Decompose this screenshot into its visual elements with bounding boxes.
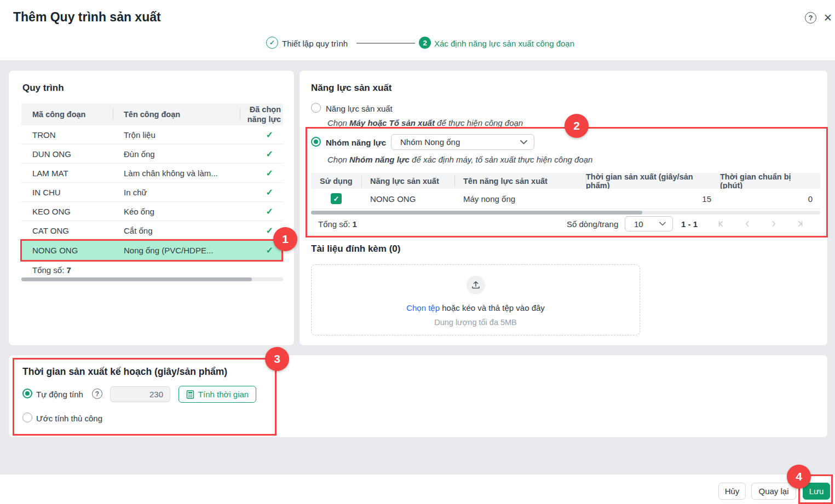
question-glyph: ? xyxy=(95,390,99,398)
attachments-title: Tài liệu đính kèm (0) xyxy=(311,244,400,254)
save-button[interactable]: Lưu xyxy=(803,483,830,500)
group-radio-label: Nhóm năng lực xyxy=(326,138,386,147)
process-row-code: NONG ONG xyxy=(21,240,113,260)
check-icon: ✓ xyxy=(333,195,339,203)
first-page-icon[interactable] xyxy=(717,219,725,228)
close-icon[interactable]: ✕ xyxy=(821,11,834,24)
calculator-icon xyxy=(186,390,194,399)
process-row[interactable]: IN CHU In chữ ✓ xyxy=(21,183,283,202)
check-icon: ✓ xyxy=(266,206,273,217)
check-icon: ✓ xyxy=(266,245,273,256)
step1-label: Thiết lập quy trình xyxy=(282,39,348,48)
process-panel-title: Quy trình xyxy=(22,83,64,94)
process-row-name: Trộn liệu xyxy=(113,125,240,144)
rows-per-page-label: Số dòng/trang xyxy=(567,219,618,229)
check-icon: ✓ xyxy=(266,130,273,140)
manual-label: Ước tính thủ công xyxy=(36,414,102,423)
help-icon[interactable]: ? xyxy=(805,12,816,24)
plan-time-input[interactable] xyxy=(110,386,170,402)
col-header-name: Tên công đoạn xyxy=(113,103,240,125)
total-label: Tổng số: xyxy=(32,265,64,275)
capacity-row-prod-time: 15 xyxy=(586,189,720,208)
process-row-name: Làm chân không và làm... xyxy=(113,164,240,182)
manual-radio[interactable] xyxy=(22,413,32,422)
page-title: Thêm Quy trình sản xuất xyxy=(13,10,161,25)
check-icon: ✓ xyxy=(269,39,275,47)
capacity-total: Tổng số: 1 xyxy=(318,219,357,229)
process-row[interactable]: LAM MAT Làm chân không và làm... ✓ xyxy=(21,164,283,183)
drop-suffix: hoặc kéo và thả tệp vào đây xyxy=(440,303,545,312)
scrollbar-thumb[interactable] xyxy=(21,277,252,281)
capacity-panel-title: Năng lực sản xuất xyxy=(311,83,391,94)
help-icon[interactable]: ? xyxy=(92,389,102,399)
capacity-radio-label: Năng lực sản xuất xyxy=(326,104,393,113)
rows-per-page-value: 10 xyxy=(634,219,643,229)
process-row-code: DUN ONG xyxy=(21,144,113,163)
chevron-down-icon xyxy=(659,222,666,226)
col-header-use: Sử dụng xyxy=(311,173,361,189)
process-row-code: IN CHU xyxy=(21,183,113,201)
back-button[interactable]: Quay lại xyxy=(751,483,796,500)
last-page-icon[interactable] xyxy=(796,219,804,228)
process-row[interactable]: KEO ONG Kéo ống ✓ xyxy=(21,202,283,221)
capacity-row-prep-time: 0 xyxy=(720,189,820,208)
capacity-hscrollbar[interactable] xyxy=(311,211,820,215)
file-dropzone[interactable]: Chọn tệp hoặc kéo và thả tệp vào đây Dun… xyxy=(311,264,640,335)
step2-label: Xác định năng lực sản xuất công đoạn xyxy=(434,39,574,48)
rows-per-page-select[interactable]: 10 xyxy=(625,216,673,231)
plan-time-panel: Thời gian sản xuất kế hoạch (giây/sản ph… xyxy=(8,355,828,438)
group-hint: Chọn Nhóm năng lực để xác định máy, tổ s… xyxy=(327,155,592,164)
upload-icon xyxy=(467,276,485,294)
capacity-row: ✓ NONG ONG Máy nong ống 15 0 xyxy=(311,189,820,209)
col-header-prod-time: Thời gian sản xuất (giây/sản phẩm) xyxy=(586,173,720,189)
process-row-selected[interactable]: NONG ONG Nong ống (PVC/HDPE... ✓ xyxy=(21,240,283,260)
plan-time-title: Thời gian sản xuất kế hoạch (giây/sản ph… xyxy=(22,366,227,378)
question-glyph: ? xyxy=(809,14,813,22)
process-row-name: Nong ống (PVC/HDPE... xyxy=(113,240,240,260)
calc-time-label: Tính thời gian xyxy=(198,390,249,399)
total-value: 1 xyxy=(353,219,357,229)
group-radio[interactable] xyxy=(311,137,321,147)
dialog-header: Thêm Quy trình sản xuất ✓ Thiết lập quy … xyxy=(0,0,835,60)
dialog-footer: Hủy Quay lại Lưu xyxy=(0,474,835,504)
col-header-selected-line2: năng lực xyxy=(247,115,281,124)
process-row[interactable]: TRON Trộn liệu ✓ xyxy=(21,125,283,144)
process-row-name: Đùn ống xyxy=(113,144,240,163)
hint-bold: Nhóm năng lực xyxy=(349,155,410,164)
capacity-hint: Chọn Máy hoặc Tổ sản xuất để thực hiện c… xyxy=(327,118,523,128)
cancel-button[interactable]: Hủy xyxy=(718,483,746,500)
total-value: 7 xyxy=(67,265,71,275)
capacity-panel: Năng lực sản xuất Năng lực sản xuất Chọn… xyxy=(299,70,828,346)
page-range: 1 - 1 xyxy=(681,219,698,229)
hint-suffix: để thực hiện công đoạn xyxy=(435,118,523,128)
size-limit-text: Dung lượng tối đa 5MB xyxy=(312,318,640,327)
scrollbar-thumb[interactable] xyxy=(311,211,642,215)
auto-calc-label: Tự động tính xyxy=(36,390,83,399)
prev-page-icon[interactable] xyxy=(743,219,752,228)
process-row-code: TRON xyxy=(21,125,113,144)
process-row-code: LAM MAT xyxy=(21,164,113,182)
group-select[interactable]: Nhóm Nong ống xyxy=(391,134,534,150)
capacity-radio[interactable] xyxy=(311,103,321,113)
group-select-value: Nhóm Nong ống xyxy=(400,137,460,147)
chevron-down-icon xyxy=(520,140,527,144)
process-row[interactable]: DUN ONG Đùn ống ✓ xyxy=(21,144,283,164)
calc-time-button[interactable]: Tính thời gian xyxy=(178,386,256,403)
hint-prefix: Chọn xyxy=(327,155,349,164)
process-hscrollbar[interactable] xyxy=(21,277,283,281)
col-header-selected: Đã chọn năng lực xyxy=(240,103,283,125)
choose-file-link[interactable]: Chọn tệp xyxy=(406,303,440,312)
check-icon: ✓ xyxy=(266,168,273,178)
col-header-cap-name: Tên năng lực sản xuất xyxy=(454,173,586,189)
col-header-selected-line1: Đã chọn xyxy=(250,105,281,114)
process-table-header: Mã công đoạn Tên công đoạn Đã chọn năng … xyxy=(21,103,283,125)
hint-bold: Máy hoặc Tổ sản xuất xyxy=(349,118,435,128)
process-row-name: Cắt ống xyxy=(113,221,240,240)
process-total: Tổng số: 7 xyxy=(32,265,71,275)
col-header-prep-time: Thời gian chuẩn bị (phút) xyxy=(720,173,820,189)
stepper-connector xyxy=(356,43,415,44)
use-checkbox-checked[interactable]: ✓ xyxy=(331,193,342,204)
auto-calc-radio[interactable] xyxy=(22,389,32,398)
process-row[interactable]: CAT ONG Cắt ống ✓ xyxy=(21,221,283,240)
next-page-icon[interactable] xyxy=(769,219,778,228)
